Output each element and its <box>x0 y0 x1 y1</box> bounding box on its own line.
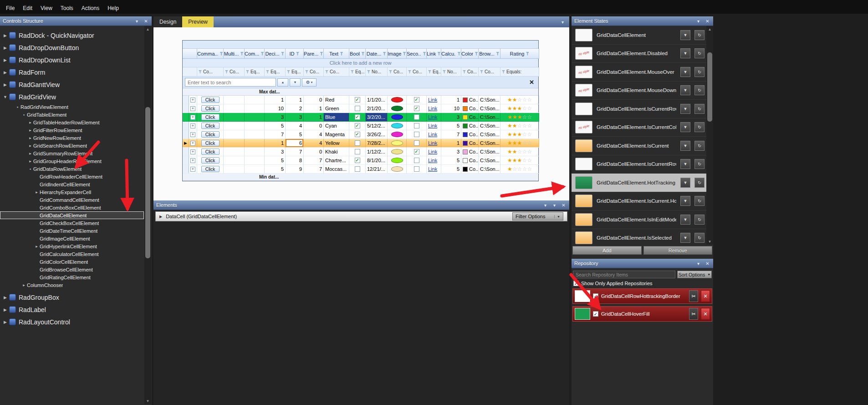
grid-cell-date[interactable]: 3/2/20... <box>366 113 388 122</box>
grid-cell-date[interactable]: 2/1/20... <box>366 104 388 113</box>
grid-cell-bool[interactable] <box>349 139 366 148</box>
tree-item-gridindentcellelement[interactable]: GridIndentCellElement <box>0 180 144 188</box>
filter-funnel-icon[interactable] <box>475 52 478 56</box>
scroll-up-icon[interactable]: ▲ <box>144 26 151 32</box>
grid-cell-date[interactable]: 8/1/20... <box>366 156 388 165</box>
grid-cell-seco[interactable]: ✓ <box>407 96 427 104</box>
grid-cell-link[interactable]: Link <box>427 130 441 139</box>
filter-funnel-icon[interactable] <box>220 52 223 56</box>
tree-item-gridhyperlinkcellelement[interactable]: ▶GridHyperlinkCellElement <box>0 242 144 250</box>
sort-options-button[interactable]: Sort Options ▼ <box>677 271 712 278</box>
grid-cell-pare[interactable]: 0 <box>304 148 324 156</box>
grid-cell-bool[interactable] <box>349 104 366 113</box>
grid-row[interactable]: ▶+Click164Yellow7/28/2...Link1Co...C:\So… <box>183 139 538 148</box>
link-cell-text[interactable]: Link <box>428 166 437 172</box>
checkbox-unchecked[interactable] <box>355 140 360 146</box>
filter-funnel-icon[interactable] <box>320 52 323 56</box>
column-header-calcu[interactable]: Calcu... <box>441 49 461 59</box>
state-item-griddatacellelement-disabled[interactable]: no styleGridDataCellElement.Disabled▼↻ <box>572 45 706 63</box>
delete-button[interactable]: ✕ <box>701 290 710 302</box>
state-sync-button[interactable]: ↻ <box>694 104 705 114</box>
grid-cell-rating[interactable]: ★★☆☆☆ <box>500 148 539 156</box>
grid-cell-date[interactable]: 1/12/2... <box>366 148 388 156</box>
close-icon[interactable]: ✕ <box>561 202 567 208</box>
chevron-down-icon[interactable]: ▾ <box>695 261 701 267</box>
grid-cell-brow[interactable]: C:\Son... <box>479 130 500 139</box>
tree-item-columnchooser[interactable]: ▶ColumnChooser <box>0 281 144 289</box>
link-cell-text[interactable]: Link <box>428 123 437 128</box>
scroll-up-icon[interactable]: ▲ <box>706 26 713 32</box>
grid-cell-date[interactable]: 7/28/2... <box>366 139 388 148</box>
grid-cell-link[interactable]: Link <box>427 122 441 130</box>
grid-cell-text[interactable]: Blue <box>324 113 349 122</box>
grid-cell-id[interactable]: 4 <box>286 122 304 130</box>
row-expander-cell[interactable]: + <box>189 165 197 174</box>
tree-item-gridtableheaderrowelement[interactable]: ▶GridTableHeaderRowElement <box>0 118 144 126</box>
grid-cell-command[interactable]: Click <box>197 165 224 174</box>
state-item-griddatacellelement-iscurrentrow-hottrac[interactable]: GridDataCellElement.IsCurrentRow.HotTrac… <box>572 155 706 174</box>
repository-item-griddatacellrowhottrackingborder[interactable]: ✓GridDataCellRowHottrackingBorder✂✕ <box>572 288 712 304</box>
grid-cell-link[interactable]: Link <box>427 165 441 174</box>
tree-item-hierarchyexpandercell[interactable]: ▶HierarchyExpanderCell <box>0 188 144 196</box>
link-cell-text[interactable]: Link <box>428 97 437 103</box>
grid-cell-color[interactable]: Co... <box>461 96 479 104</box>
filter-cell-bool[interactable]: Eq... <box>349 67 366 77</box>
grid-cell-command[interactable]: Click <box>197 139 224 148</box>
grid-cell-image[interactable] <box>388 130 407 139</box>
expander-collapsed-icon[interactable]: ▶ <box>159 215 162 219</box>
grid-cell-seco[interactable] <box>407 165 427 174</box>
scrollbar-thumb[interactable] <box>707 52 712 122</box>
state-sync-button[interactable]: ↻ <box>694 159 705 169</box>
link-cell-text[interactable]: Link <box>428 132 437 137</box>
remove-button[interactable]: Remove <box>643 246 713 255</box>
grid-cell-seco[interactable] <box>407 122 427 130</box>
grid-cell-command[interactable]: Click <box>197 122 224 130</box>
row-expander-cell[interactable]: + <box>189 104 197 113</box>
grid-cell-id[interactable]: 5 <box>286 130 304 139</box>
grid-cell-id[interactable]: 9 <box>286 165 304 174</box>
column-header-text[interactable]: Text <box>324 49 349 59</box>
grid-cell-pare[interactable]: 4 <box>304 139 324 148</box>
grid-cell-multi[interactable] <box>224 139 245 148</box>
grid-cell-seco[interactable] <box>407 156 427 165</box>
grid-cell-pare[interactable]: 0 <box>304 96 324 104</box>
filter-funnel-icon[interactable] <box>496 52 500 56</box>
rating-stars[interactable]: ★★★☆☆ <box>507 132 532 137</box>
expander-collapsed-icon[interactable]: ▶ <box>2 308 8 312</box>
tree-item-radlabel[interactable]: ▶RadLabel <box>0 303 144 316</box>
link-cell-text[interactable]: Link <box>428 149 437 154</box>
checkbox-checked[interactable]: ✓ <box>414 149 419 154</box>
grid-cell-link[interactable]: Link <box>427 104 441 113</box>
grid-cell-rating[interactable]: ★★☆☆☆ <box>500 122 539 130</box>
search-options-button[interactable]: ⚙▾ <box>302 78 317 87</box>
click-button[interactable]: Click <box>201 140 220 146</box>
grid-cell-image[interactable] <box>388 139 407 148</box>
row-header-cell[interactable] <box>183 156 189 165</box>
search-close-icon[interactable]: ✕ <box>529 79 536 86</box>
grid-cell-date[interactable]: 1/1/20... <box>366 96 388 104</box>
expander-collapsed-icon[interactable]: ▶ <box>27 144 33 147</box>
tree-item-radganttview[interactable]: ▶RadGanttView <box>0 78 144 91</box>
grid-cell-com[interactable] <box>245 165 265 174</box>
rating-stars[interactable]: ★★☆☆☆ <box>507 97 532 103</box>
click-button[interactable]: Click <box>201 105 220 112</box>
grid-cell-bool[interactable] <box>349 165 366 174</box>
click-button[interactable]: Click <box>201 166 220 172</box>
rating-stars[interactable]: ★☆☆☆☆ <box>507 166 532 172</box>
grid-cell-link[interactable]: Link <box>427 96 441 104</box>
row-expander-cell[interactable]: + <box>189 113 197 122</box>
state-dropdown-button[interactable]: ▼ <box>680 30 690 40</box>
menu-item-help[interactable]: Help <box>103 4 123 13</box>
menu-item-actions[interactable]: Actions <box>77 4 103 13</box>
state-sync-button[interactable]: ↻ <box>694 233 705 243</box>
expander-collapsed-icon[interactable]: ▶ <box>34 190 40 194</box>
tab-preview[interactable]: Preview <box>182 16 214 27</box>
grid-cell-pare[interactable]: 1 <box>304 104 324 113</box>
expander-collapsed-icon[interactable]: ▶ <box>2 295 8 300</box>
grid-cell-calcu[interactable]: 1 <box>441 96 461 104</box>
click-button[interactable]: Click <box>201 157 220 164</box>
search-prev-button[interactable]: ▲ <box>277 78 288 87</box>
tree-item-gridcheckboxcellelement[interactable]: GridCheckBoxCellElement <box>0 219 144 227</box>
row-expander-cell[interactable]: + <box>189 122 197 130</box>
states-scrollbar[interactable]: ▲ ▼ <box>706 26 713 245</box>
